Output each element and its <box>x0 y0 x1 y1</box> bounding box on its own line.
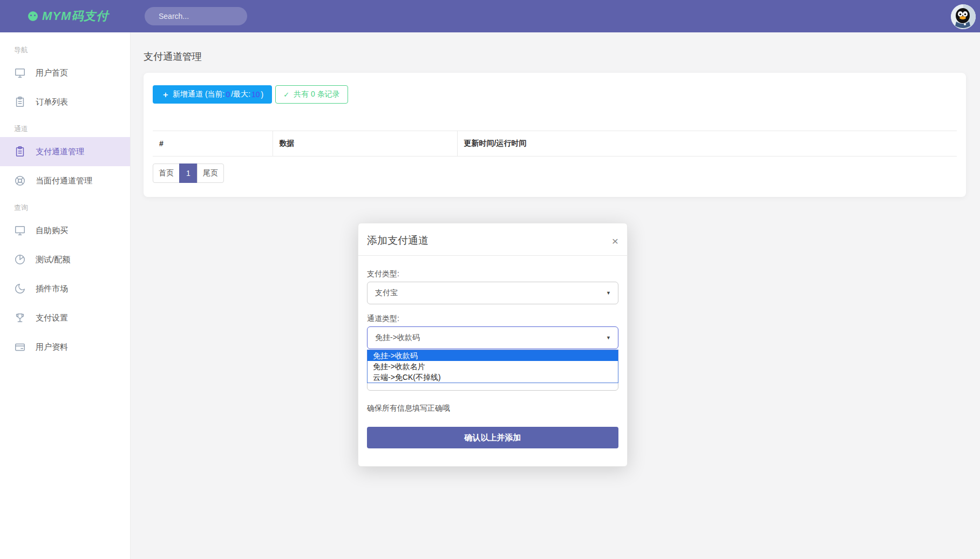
add-channel-button[interactable]: ＋ 新增通道 (当前: 0 /最大: 10 ) <box>153 85 272 104</box>
monitor-icon <box>14 67 26 79</box>
add-channel-label-pre: 新增通道 (当前: <box>173 90 224 99</box>
trophy-icon <box>14 312 26 324</box>
sidebar-item-self-buy[interactable]: 自助购买 <box>0 216 130 245</box>
pie-chart-icon <box>14 254 26 265</box>
pagination-current-page[interactable]: 1 <box>179 163 198 183</box>
sidebar-item-label: 支付设置 <box>36 313 68 323</box>
content-card: ＋ 新增通道 (当前: 0 /最大: 10 ) ✓ 共有 0 条记录 # 数据 … <box>144 73 966 197</box>
close-icon[interactable]: × <box>612 235 618 247</box>
dropdown-option[interactable]: 免挂->收款码 <box>368 350 618 361</box>
top-header: MYM码支付 <box>0 0 980 32</box>
search-bar[interactable] <box>145 7 247 25</box>
add-channel-label-mid: /最大: <box>231 90 250 99</box>
sidebar-item-label: 自助购买 <box>36 226 68 236</box>
sidebar-item-label: 用户首页 <box>36 68 68 78</box>
moon-icon <box>14 283 26 295</box>
confirm-add-button[interactable]: 确认以上并添加 <box>367 427 618 448</box>
chevron-down-icon: ▼ <box>606 335 611 340</box>
modal-body: 支付类型: 支付宝 ▼ 通道类型: 免挂->收款码 ▼ 免挂->收款码 免挂->… <box>358 256 627 448</box>
check-icon: ✓ <box>283 91 289 99</box>
brand[interactable]: MYM码支付 <box>0 8 131 24</box>
dropdown-option[interactable]: 云端->免CK(不掉线) <box>368 372 618 383</box>
channel-type-select[interactable]: 免挂->收款码 ▼ <box>367 326 618 349</box>
sidebar-item-payment-settings[interactable]: 支付设置 <box>0 303 130 332</box>
qq-penguin-avatar-icon <box>951 4 976 29</box>
sidebar-item-label: 当面付通道管理 <box>36 176 92 186</box>
user-avatar[interactable] <box>951 4 976 29</box>
sidebar-item-user-home[interactable]: 用户首页 <box>0 58 130 87</box>
pagination: 首页 1 尾页 <box>153 163 957 183</box>
sidebar: 导航 用户首页 订单列表 通道 支付通道管理 当面付通道管理 查询 自助购买 <box>0 32 131 559</box>
chevron-down-icon: ▼ <box>606 290 611 296</box>
pagination-first-button[interactable]: 首页 <box>153 163 180 183</box>
brand-name: MYM码支付 <box>42 8 108 24</box>
sidebar-item-label: 订单列表 <box>36 97 68 107</box>
column-header-index: # <box>153 131 273 156</box>
channel-type-dropdown: 免挂->收款码 免挂->收款名片 云端->免CK(不掉线) <box>367 350 618 383</box>
sidebar-item-payment-channel[interactable]: 支付通道管理 <box>0 137 130 166</box>
sidebar-item-plugin-market[interactable]: 插件市场 <box>0 274 130 303</box>
channel-type-label: 通道类型: <box>367 314 618 324</box>
sidebar-section-channel: 通道 <box>0 117 130 137</box>
channel-type-value: 免挂->收款码 <box>375 333 420 343</box>
sidebar-item-label: 测试/配额 <box>36 255 70 265</box>
sidebar-item-f2f-channel[interactable]: 当面付通道管理 <box>0 166 130 195</box>
life-ring-icon <box>14 175 26 187</box>
add-channel-label-suf: ) <box>261 90 264 99</box>
clipboard-icon <box>14 146 26 158</box>
toolbar: ＋ 新增通道 (当前: 0 /最大: 10 ) ✓ 共有 0 条记录 <box>153 85 957 104</box>
records-count-label: 共有 0 条记录 <box>294 90 340 99</box>
sidebar-item-label: 用户资料 <box>36 342 68 352</box>
data-field-wrap: 免挂->收款码 免挂->收款名片 云端->免CK(不掉线) <box>367 350 618 391</box>
sidebar-item-label: 支付通道管理 <box>36 147 84 157</box>
sidebar-item-order-list[interactable]: 订单列表 <box>0 87 130 117</box>
channels-table: # 数据 更新时间/运行时间 <box>153 131 957 156</box>
column-header-data: 数据 <box>273 131 457 156</box>
table-header-row: # 数据 更新时间/运行时间 <box>153 131 957 156</box>
records-count-button[interactable]: ✓ 共有 0 条记录 <box>275 85 348 104</box>
current-count: 0 <box>226 90 230 99</box>
pagination-last-button[interactable]: 尾页 <box>197 163 224 183</box>
modal-header: 添加支付通道 × <box>358 223 627 256</box>
search-input[interactable] <box>159 12 256 21</box>
credit-card-icon <box>14 341 26 353</box>
brand-logo-icon <box>28 11 38 21</box>
max-count: 10 <box>251 90 260 99</box>
column-header-time: 更新时间/运行时间 <box>457 131 957 156</box>
sidebar-section-query: 查询 <box>0 195 130 216</box>
modal-title: 添加支付通道 <box>367 234 428 248</box>
clipboard-icon <box>14 96 26 108</box>
helper-text: 确保所有信息填写正确哦 <box>367 404 618 413</box>
sidebar-item-user-profile[interactable]: 用户资料 <box>0 332 130 362</box>
pay-type-value: 支付宝 <box>375 288 398 298</box>
plus-icon: ＋ <box>161 90 169 100</box>
add-channel-modal: 添加支付通道 × 支付类型: 支付宝 ▼ 通道类型: 免挂->收款码 ▼ 免挂-… <box>358 223 628 467</box>
pay-type-select[interactable]: 支付宝 ▼ <box>367 282 618 304</box>
page-title: 支付通道管理 <box>131 32 980 63</box>
sidebar-item-test-quota[interactable]: 测试/配额 <box>0 245 130 274</box>
sidebar-section-nav: 导航 <box>0 38 130 58</box>
sidebar-item-label: 插件市场 <box>36 284 68 294</box>
pay-type-label: 支付类型: <box>367 269 618 279</box>
dropdown-option[interactable]: 免挂->收款名片 <box>368 361 618 372</box>
monitor-icon <box>14 224 26 236</box>
